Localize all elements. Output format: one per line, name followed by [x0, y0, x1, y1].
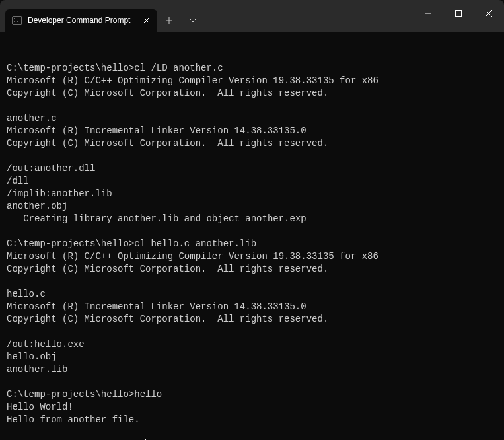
terminal-line: Microsoft (R) C/C++ Optimizing Compiler …	[7, 250, 497, 263]
terminal-line: /dll	[7, 175, 497, 188]
terminal-line: C:\temp-projects\hello>cl /LD another.c	[7, 62, 497, 75]
window-controls	[413, 0, 504, 26]
terminal-line: Microsoft (R) C/C++ Optimizing Compiler …	[7, 75, 497, 87]
terminal-line: Copyright (C) Microsoft Corporation. All…	[7, 313, 497, 326]
terminal-line: /out:hello.exe	[7, 338, 497, 351]
terminal-line: Copyright (C) Microsoft Corporation. All…	[7, 137, 497, 150]
terminal-line	[7, 150, 497, 163]
terminal-line: hello.c	[7, 288, 497, 301]
terminal-line	[7, 326, 497, 338]
maximize-button[interactable]	[443, 0, 474, 26]
terminal-line: /out:another.dll	[7, 163, 497, 175]
terminal-line: Creating library another.lib and object …	[7, 213, 497, 225]
terminal-line: Microsoft (R) Incremental Linker Version…	[7, 301, 497, 313]
terminal-line: hello.obj	[7, 351, 497, 363]
terminal-output[interactable]: C:\temp-projects\hello>cl /LD another.cM…	[0, 32, 504, 440]
new-tab-button[interactable]	[157, 9, 181, 32]
terminal-line: another.obj	[7, 200, 497, 213]
terminal-line: Copyright (C) Microsoft Corporation. All…	[7, 87, 497, 100]
titlebar: Developer Command Prompt	[0, 0, 504, 32]
terminal-line	[7, 225, 497, 238]
terminal-lines: C:\temp-projects\hello>cl /LD another.cM…	[7, 62, 497, 426]
terminal-line: Hello World!	[7, 401, 497, 414]
svg-rect-0	[13, 17, 22, 24]
terminal-line	[7, 275, 497, 288]
terminal-icon	[12, 15, 22, 26]
terminal-line: C:\temp-projects\hello>hello	[7, 388, 497, 401]
terminal-line: Hello from another file.	[7, 414, 497, 426]
tab-dropdown-button[interactable]	[181, 9, 205, 32]
terminal-line: /implib:another.lib	[7, 188, 497, 200]
tab-active[interactable]: Developer Command Prompt	[5, 9, 157, 32]
terminal-line	[7, 376, 497, 388]
tab-area: Developer Command Prompt	[0, 0, 205, 32]
terminal-line: another.c	[7, 112, 497, 125]
tab-title: Developer Command Prompt	[28, 16, 136, 25]
terminal-line	[7, 100, 497, 112]
close-button[interactable]	[474, 0, 504, 26]
terminal-line: C:\temp-projects\hello>cl hello.c anothe…	[7, 238, 497, 250]
svg-rect-7	[456, 11, 462, 17]
terminal-line: another.lib	[7, 363, 497, 376]
tab-close-button[interactable]	[141, 15, 152, 26]
minimize-button[interactable]	[413, 0, 443, 26]
terminal-line: Microsoft (R) Incremental Linker Version…	[7, 125, 497, 137]
terminal-line: Copyright (C) Microsoft Corporation. All…	[7, 263, 497, 275]
